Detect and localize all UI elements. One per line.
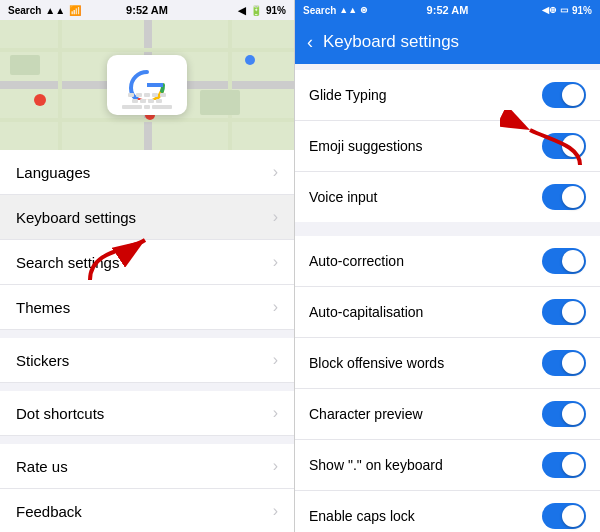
menu-item-languages-label: Languages bbox=[16, 164, 90, 181]
left-battery: 🔋 bbox=[250, 5, 262, 16]
menu-item-dot-shortcuts-label: Dot shortcuts bbox=[16, 405, 104, 422]
settings-label-auto-correction: Auto-correction bbox=[309, 253, 404, 269]
settings-label-show-dot-keyboard: Show "." on keyboard bbox=[309, 457, 443, 473]
menu-divider-2 bbox=[0, 383, 294, 391]
settings-label-character-preview: Character preview bbox=[309, 406, 423, 422]
right-header: ‹ Keyboard settings bbox=[295, 20, 600, 64]
settings-item-emoji-suggestions[interactable]: Emoji suggestions bbox=[295, 121, 600, 172]
right-battery-pct: 91% bbox=[572, 5, 592, 16]
chevron-icon-rate-us: › bbox=[273, 457, 278, 475]
menu-item-themes-label: Themes bbox=[16, 299, 70, 316]
menu-section-2: Stickers › bbox=[0, 338, 294, 383]
toggle-auto-correction[interactable] bbox=[542, 248, 586, 274]
settings-item-caps-lock[interactable]: Enable caps lock bbox=[295, 491, 600, 532]
left-status-bar: Search ▲▲ 📶 9:52 AM ◀ 🔋 91% bbox=[0, 0, 294, 20]
logo-area bbox=[0, 20, 294, 150]
settings-item-block-offensive[interactable]: Block offensive words bbox=[295, 338, 600, 389]
menu-item-rate-us-label: Rate us bbox=[16, 458, 68, 475]
right-carrier: Search bbox=[303, 5, 336, 16]
right-panel: Search ▲▲ ⊛ 9:52 AM ◀⊕ ▭ 91% ‹ Keyboard … bbox=[295, 0, 600, 532]
toggle-emoji-suggestions[interactable] bbox=[542, 133, 586, 159]
right-signal-icon: ▲▲ bbox=[339, 5, 357, 15]
svg-point-9 bbox=[34, 94, 46, 106]
chevron-icon-search-settings: › bbox=[273, 253, 278, 271]
left-carrier: Search bbox=[8, 5, 41, 16]
chevron-icon-dot-shortcuts: › bbox=[273, 404, 278, 422]
settings-label-caps-lock: Enable caps lock bbox=[309, 508, 415, 524]
menu-item-keyboard-settings[interactable]: Keyboard settings › bbox=[0, 195, 294, 240]
right-time: 9:52 AM bbox=[427, 4, 469, 16]
menu-item-feedback-label: Feedback bbox=[16, 503, 82, 520]
right-wifi-icon: ⊛ bbox=[360, 5, 368, 15]
svg-rect-7 bbox=[10, 55, 40, 75]
main-menu-list: Languages › Keyboard settings › Search s… bbox=[0, 150, 294, 532]
back-button[interactable]: ‹ bbox=[307, 32, 313, 53]
left-location-icon: ◀ bbox=[238, 5, 246, 16]
menu-item-search-settings[interactable]: Search settings › bbox=[0, 240, 294, 285]
menu-item-rate-us[interactable]: Rate us › bbox=[0, 444, 294, 489]
toggle-auto-capitalisation[interactable] bbox=[542, 299, 586, 325]
toggle-caps-lock[interactable] bbox=[542, 503, 586, 529]
menu-item-dot-shortcuts[interactable]: Dot shortcuts › bbox=[0, 391, 294, 436]
keyboard-keys bbox=[111, 93, 183, 109]
toggle-glide-typing[interactable] bbox=[542, 82, 586, 108]
settings-list: Glide Typing Emoji suggestions Voice inp… bbox=[295, 64, 600, 532]
right-status-bar: Search ▲▲ ⊛ 9:52 AM ◀⊕ ▭ 91% bbox=[295, 0, 600, 20]
menu-section-1: Languages › Keyboard settings › Search s… bbox=[0, 150, 294, 330]
left-wifi-icon: 📶 bbox=[69, 5, 81, 16]
right-location-icon: ◀⊕ bbox=[542, 5, 557, 15]
chevron-icon-stickers: › bbox=[273, 351, 278, 369]
chevron-icon-themes: › bbox=[273, 298, 278, 316]
menu-section-4: Rate us › Feedback › bbox=[0, 444, 294, 532]
toggle-voice-input[interactable] bbox=[542, 184, 586, 210]
svg-rect-8 bbox=[200, 90, 240, 115]
settings-label-glide-typing: Glide Typing bbox=[309, 87, 387, 103]
menu-divider-1 bbox=[0, 330, 294, 338]
chevron-icon-keyboard-settings: › bbox=[273, 208, 278, 226]
svg-point-10 bbox=[245, 55, 255, 65]
menu-section-3: Dot shortcuts › bbox=[0, 391, 294, 436]
settings-item-auto-correction[interactable]: Auto-correction bbox=[295, 236, 600, 287]
chevron-icon-feedback: › bbox=[273, 502, 278, 520]
menu-item-stickers-label: Stickers bbox=[16, 352, 69, 369]
right-header-title: Keyboard settings bbox=[323, 32, 459, 52]
menu-item-keyboard-settings-label: Keyboard settings bbox=[16, 209, 136, 226]
menu-item-search-settings-label: Search settings bbox=[16, 254, 119, 271]
menu-item-themes[interactable]: Themes › bbox=[0, 285, 294, 330]
settings-label-voice-input: Voice input bbox=[309, 189, 378, 205]
settings-label-auto-capitalisation: Auto-capitalisation bbox=[309, 304, 423, 320]
left-signal-icon: ▲▲ bbox=[45, 5, 65, 16]
settings-item-character-preview[interactable]: Character preview bbox=[295, 389, 600, 440]
settings-item-glide-typing[interactable]: Glide Typing bbox=[295, 70, 600, 121]
toggle-block-offensive[interactable] bbox=[542, 350, 586, 376]
menu-item-languages[interactable]: Languages › bbox=[0, 150, 294, 195]
left-battery-pct: 91% bbox=[266, 5, 286, 16]
toggle-show-dot-keyboard[interactable] bbox=[542, 452, 586, 478]
settings-label-block-offensive: Block offensive words bbox=[309, 355, 444, 371]
settings-label-emoji-suggestions: Emoji suggestions bbox=[309, 138, 423, 154]
settings-item-show-dot-keyboard[interactable]: Show "." on keyboard bbox=[295, 440, 600, 491]
gboard-icon bbox=[107, 55, 187, 115]
chevron-icon-languages: › bbox=[273, 163, 278, 181]
settings-item-auto-capitalisation[interactable]: Auto-capitalisation bbox=[295, 287, 600, 338]
toggle-character-preview[interactable] bbox=[542, 401, 586, 427]
left-time: 9:52 AM bbox=[126, 4, 168, 16]
right-battery: ▭ bbox=[560, 5, 569, 15]
settings-section-1: Glide Typing Emoji suggestions Voice inp… bbox=[295, 70, 600, 222]
menu-divider-3 bbox=[0, 436, 294, 444]
menu-item-feedback[interactable]: Feedback › bbox=[0, 489, 294, 532]
menu-item-stickers[interactable]: Stickers › bbox=[0, 338, 294, 383]
settings-item-voice-input[interactable]: Voice input bbox=[295, 172, 600, 222]
settings-section-2: Auto-correction Auto-capitalisation Bloc… bbox=[295, 236, 600, 532]
left-panel: Search ▲▲ 📶 9:52 AM ◀ 🔋 91% bbox=[0, 0, 295, 532]
